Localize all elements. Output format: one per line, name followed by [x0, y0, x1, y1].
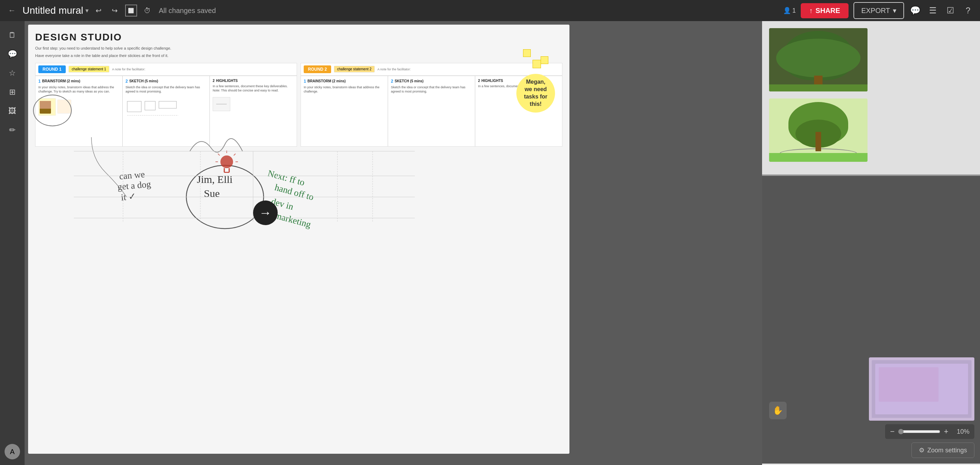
ds-instructions: Our first step: you need to understand t…: [35, 46, 562, 51]
right-panel: ✋ − + 10% ⚙ Zoom settings: [762, 21, 980, 465]
mural-canvas: DESIGN STUDIO Our first step: you need t…: [28, 25, 570, 454]
redo-button[interactable]: ↪: [109, 5, 121, 16]
title-dropdown-icon: ▾: [86, 7, 89, 14]
r2-sketch-cell: 2 SKETCH (5 mins) Sketch the idea or con…: [388, 76, 475, 146]
topbar: ← Untitled mural ▾ ↩ ↪ ⬜ ⏱ All changes s…: [0, 0, 980, 21]
zoom-settings-label: Zoom settings: [927, 447, 967, 454]
r1-sketch-cell: 2 SKETCH (5 mins) Sketch the idea or con…: [123, 76, 210, 146]
challenge-2-tag: challenge statement 2: [334, 66, 375, 72]
export-label: EXPORT: [861, 7, 890, 15]
challenge-2-notes: A note for the facilitator:: [377, 67, 411, 72]
arrow-circle-button[interactable]: →: [253, 200, 278, 225]
ds-step2: Have everyone take a role in the table a…: [35, 53, 562, 58]
yellow-sticky-r2: [533, 60, 541, 68]
mural-title: Untitled mural: [22, 5, 83, 16]
outline-button[interactable]: ☰: [927, 4, 939, 17]
r2-brainstorm-cell: 1 BRAINSTORM (2 mins) In your sticky not…: [301, 76, 388, 146]
right-panel-images: [762, 21, 980, 176]
svg-rect-1: [145, 101, 155, 110]
star-tool[interactable]: ☆: [4, 65, 21, 81]
zoom-value: 10%: [952, 428, 969, 435]
design-studio-content: DESIGN STUDIO Our first step: you need t…: [28, 25, 570, 454]
svg-rect-2: [159, 101, 177, 108]
zoom-settings-button[interactable]: ⚙ Zoom settings: [912, 443, 974, 458]
hand-tool-button[interactable]: ✋: [769, 402, 787, 419]
sticky-note-tool[interactable]: 🗒: [4, 27, 21, 44]
back-button[interactable]: ←: [6, 4, 18, 17]
design-studio-title: DESIGN STUDIO: [35, 32, 562, 43]
round-2-label: ROUND 2: [304, 66, 331, 73]
collaborators-indicator[interactable]: 👤 1: [783, 7, 796, 14]
share-label: SHARE: [816, 7, 840, 15]
share-button[interactable]: ↑ SHARE: [801, 3, 848, 18]
mural-title-area[interactable]: Untitled mural ▾: [22, 5, 89, 16]
export-chevron-icon: ▾: [893, 6, 896, 15]
minimap: [869, 357, 974, 421]
frame-button[interactable]: ⬜: [125, 5, 137, 16]
comment-button[interactable]: 💬: [909, 4, 922, 17]
zoom-in-button[interactable]: +: [944, 427, 948, 436]
collaborator-count: 1: [792, 7, 796, 14]
grid-tool[interactable]: ⊞: [4, 84, 21, 101]
autosave-status: All changes saved: [159, 7, 216, 15]
share-icon: ↑: [809, 7, 813, 15]
challenge-1-notes: A note for the facilitator:: [112, 67, 146, 72]
export-button[interactable]: EXPORT ▾: [853, 2, 904, 19]
yellow-sticky-top: [523, 49, 531, 57]
comment-tool[interactable]: 💬: [4, 46, 21, 62]
topbar-right: 👤 1 ↑ SHARE EXPORT ▾ 💬 ☰ ☑ ?: [783, 2, 974, 19]
tree-image-2: [769, 99, 867, 162]
round-2-section: ROUND 2 challenge statement 2 A note for…: [301, 63, 562, 147]
user-avatar[interactable]: A: [5, 444, 20, 459]
round-1-section: ROUND 1 challenge statement 1 A note for…: [35, 63, 297, 147]
right-panel-bottom: ✋ − + 10% ⚙ Zoom settings: [762, 176, 980, 463]
user-icon: 👤: [783, 7, 791, 14]
yellow-sticky-top2: [541, 56, 548, 64]
gear-icon: ⚙: [919, 446, 924, 454]
challenge-1-tag: challenge statement 1: [68, 66, 109, 72]
tree-image-1: [769, 28, 867, 91]
undo-button[interactable]: ↩: [93, 5, 105, 16]
r1-brainstorm-cell: 1 BRAINSTORM (2 mins) In your sticky not…: [35, 76, 123, 146]
checklist-button[interactable]: ☑: [944, 4, 957, 17]
image-tool[interactable]: 🖼: [4, 103, 21, 120]
megan-bubble: Megan, we need tasks for this!: [516, 74, 555, 113]
zoom-controls: − + 10%: [885, 424, 974, 439]
round-1-label: ROUND 1: [38, 66, 66, 73]
zoom-slider[interactable]: [898, 429, 940, 435]
r1-highlights-cell: 2 HIGHLIGHTS In a few sentences, documen…: [210, 76, 297, 146]
zoom-out-button[interactable]: −: [890, 427, 894, 436]
pen-tool[interactable]: ✏: [4, 122, 21, 139]
left-sidebar: 🗒 💬 ☆ ⊞ 🖼 ✏ A: [0, 21, 25, 465]
svg-rect-0: [127, 101, 141, 112]
timer-button[interactable]: ⏱: [141, 5, 153, 16]
help-button[interactable]: ?: [962, 4, 974, 17]
